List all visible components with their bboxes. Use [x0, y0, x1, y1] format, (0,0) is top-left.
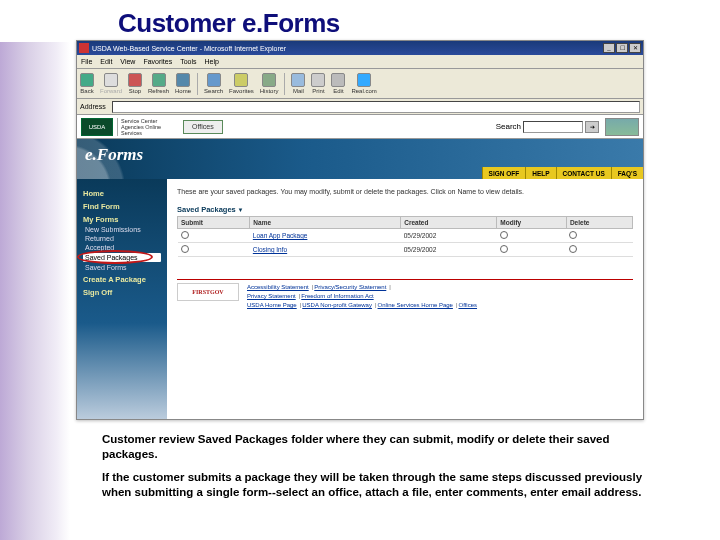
page-content: USDA Service Center Agencies Online Serv… — [77, 115, 643, 419]
signoff-link[interactable]: SIGN OFF — [482, 167, 526, 179]
footer-link[interactable]: USDA Non-profit Gateway — [302, 302, 372, 308]
caption-2: If the customer submits a package they w… — [102, 470, 648, 500]
menu-edit[interactable]: Edit — [100, 58, 112, 65]
search-input[interactable] — [523, 121, 583, 133]
sidebar: Home Find Form My Forms New Submissions … — [77, 179, 167, 419]
faqs-link[interactable]: FAQ'S — [611, 167, 643, 179]
window-titlebar: USDA Web-Based Service Center - Microsof… — [77, 41, 643, 55]
refresh-button[interactable]: Refresh — [148, 73, 169, 94]
hero-banner: e.Forms SIGN OFF HELP CONTACT US FAQ'S — [77, 139, 643, 179]
delete-radio[interactable] — [569, 245, 577, 253]
submit-radio[interactable] — [181, 231, 189, 239]
nav-signoff[interactable]: Sign Off — [83, 288, 161, 297]
home-button[interactable]: Home — [175, 73, 191, 94]
nav-my-forms[interactable]: My Forms — [83, 215, 161, 224]
intro-text: These are your saved packages. You may m… — [177, 187, 633, 197]
sidebar-item-returned[interactable]: Returned — [83, 235, 161, 242]
footer-link[interactable]: Accessibility Statement — [247, 284, 309, 290]
page-footer: FIRSTGOV Accessibility Statement|Privacy… — [177, 279, 633, 310]
table-title[interactable]: Saved Packages — [177, 205, 633, 214]
col-created[interactable]: Created — [401, 217, 497, 229]
slide-caption: Customer review Saved Packages folder wh… — [102, 432, 648, 508]
sidebar-item-new-submissions[interactable]: New Submissions — [83, 226, 161, 233]
created-cell: 05/29/2002 — [401, 229, 497, 243]
edit-button[interactable]: Edit — [331, 73, 345, 94]
nav-find-form[interactable]: Find Form — [83, 202, 161, 211]
history-button[interactable]: History — [260, 73, 279, 94]
col-name[interactable]: Name — [250, 217, 401, 229]
header-photo — [605, 118, 639, 136]
sidebar-item-accepted[interactable]: Accepted — [83, 244, 161, 251]
footer-link[interactable]: Freedom of Information Act — [301, 293, 373, 299]
footer-link[interactable]: USDA Home Page — [247, 302, 297, 308]
help-link[interactable]: HELP — [525, 167, 555, 179]
footer-link[interactable]: Online Services Home Page — [378, 302, 453, 308]
realcom-button[interactable]: Real.com — [351, 73, 376, 94]
address-bar: Address — [77, 99, 643, 115]
col-modify[interactable]: Modify — [497, 217, 567, 229]
yellow-bar: SIGN OFF HELP CONTACT US FAQ'S — [482, 167, 643, 179]
nav-create-package[interactable]: Create A Package — [83, 275, 161, 284]
browser-window: USDA Web-Based Service Center - Microsof… — [76, 40, 644, 420]
modify-radio[interactable] — [500, 245, 508, 253]
footer-links: Accessibility Statement|Privacy/Security… — [247, 283, 479, 310]
caption-1: Customer review Saved Packages folder wh… — [102, 432, 648, 462]
firstgov-logo[interactable]: FIRSTGOV — [177, 283, 239, 301]
search-go-button[interactable]: ➔ — [585, 121, 599, 133]
table-row: Closing Info 05/29/2002 — [178, 243, 633, 257]
footer-link[interactable]: Privacy/Security Statement — [314, 284, 386, 290]
menu-bar: File Edit View Favorites Tools Help — [77, 55, 643, 69]
favorites-button[interactable]: Favorites — [229, 73, 254, 94]
footer-link[interactable]: Offices — [458, 302, 477, 308]
table-header-row: Submit Name Created Modify Delete — [178, 217, 633, 229]
nav-home[interactable]: Home — [83, 189, 161, 198]
maximize-button[interactable]: ☐ — [616, 43, 628, 53]
stop-button[interactable]: Stop — [128, 73, 142, 94]
slide-title: Customer e.Forms — [118, 8, 340, 39]
search-box: Search ➔ — [496, 121, 599, 133]
main-area: These are your saved packages. You may m… — [167, 179, 643, 419]
created-cell: 05/29/2002 — [401, 243, 497, 257]
sidebar-item-saved-packages[interactable]: Saved Packages — [83, 253, 161, 262]
address-label: Address — [80, 103, 106, 110]
contact-link[interactable]: CONTACT US — [556, 167, 611, 179]
usda-logo: USDA — [81, 118, 113, 136]
sca-label: Service Center Agencies Online Services — [117, 118, 177, 136]
menu-help[interactable]: Help — [205, 58, 219, 65]
col-delete[interactable]: Delete — [566, 217, 632, 229]
offices-tab[interactable]: Offices — [183, 120, 223, 134]
table-row: Loan App Package 05/29/2002 — [178, 229, 633, 243]
toolbar: Back Forward Stop Refresh Home Search Fa… — [77, 69, 643, 99]
packages-table: Submit Name Created Modify Delete Loan A… — [177, 216, 633, 257]
col-submit[interactable]: Submit — [178, 217, 250, 229]
eforms-logo: e.Forms — [85, 145, 143, 165]
ie-icon — [79, 43, 89, 53]
menu-view[interactable]: View — [120, 58, 135, 65]
mail-button[interactable]: Mail — [291, 73, 305, 94]
minimize-button[interactable]: _ — [603, 43, 615, 53]
menu-file[interactable]: File — [81, 58, 92, 65]
close-button[interactable]: ✕ — [629, 43, 641, 53]
search-button[interactable]: Search — [204, 73, 223, 94]
forward-button[interactable]: Forward — [100, 73, 122, 94]
search-label: Search — [496, 122, 521, 131]
pkg-link[interactable]: Loan App Package — [253, 232, 308, 239]
print-button[interactable]: Print — [311, 73, 325, 94]
window-title: USDA Web-Based Service Center - Microsof… — [92, 45, 286, 52]
pkg-link[interactable]: Closing Info — [253, 246, 287, 253]
footer-link[interactable]: Privacy Statement — [247, 293, 296, 299]
sidebar-item-saved-forms[interactable]: Saved Forms — [83, 264, 161, 271]
back-button[interactable]: Back — [80, 73, 94, 94]
submit-radio[interactable] — [181, 245, 189, 253]
delete-radio[interactable] — [569, 231, 577, 239]
menu-favorites[interactable]: Favorites — [143, 58, 172, 65]
modify-radio[interactable] — [500, 231, 508, 239]
top-band: USDA Service Center Agencies Online Serv… — [77, 115, 643, 139]
address-input[interactable] — [112, 101, 640, 113]
menu-tools[interactable]: Tools — [180, 58, 196, 65]
